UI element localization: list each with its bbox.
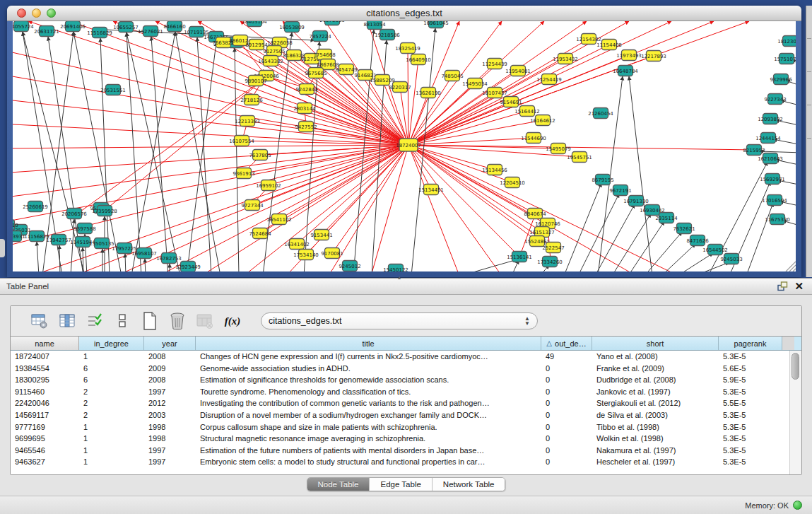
graph-node[interactable]: 7857224 (309, 31, 331, 42)
graph-node[interactable]: 16164612 (530, 115, 555, 126)
graph-node[interactable]: 15134456 (482, 165, 507, 175)
column-header-name[interactable]: name (11, 337, 79, 350)
graph-node[interactable]: 9154691 (500, 97, 522, 107)
table-row[interactable]: 1938455462009Genome-wide association stu… (11, 363, 801, 375)
table-cell[interactable]: 1 (79, 351, 144, 363)
show-columns-icon[interactable] (58, 312, 76, 330)
table-cell[interactable]: 5.3E-5 (719, 386, 782, 398)
table-cell[interactable]: Investigating the contribution of common… (196, 397, 541, 409)
graph-node[interactable]: 1754668 (313, 49, 335, 60)
table-cell[interactable]: 0 (541, 409, 592, 421)
table-cell[interactable]: 2008 (144, 351, 196, 363)
table-cell[interactable]: 0 (541, 421, 592, 433)
table-cell[interactable]: Changes of HCN gene expression and I(f) … (196, 351, 541, 363)
graph-node[interactable]: 15450122 (383, 264, 408, 272)
graph-node[interactable]: 9675685 (305, 68, 326, 78)
table-cell[interactable]: 5.9E-5 (719, 374, 782, 386)
network-window-titlebar[interactable]: citations_edges.txt (7, 6, 801, 21)
table-row[interactable]: 977716911998Corpus callosum shape and si… (11, 421, 801, 433)
zoom-window-icon[interactable] (47, 8, 56, 18)
column-header-title[interactable]: title (196, 337, 541, 350)
table-cell[interactable]: 2 (79, 409, 144, 421)
table-cell[interactable]: 2003 (144, 409, 196, 421)
table-cell[interactable]: 2008 (144, 374, 196, 386)
graph-node[interactable]: 20206576 (61, 209, 87, 219)
graph-node[interactable]: 20691406 (60, 21, 86, 32)
table-row[interactable]: 969969511998Structural magnetic resonanc… (11, 433, 801, 445)
collapsed-panel-strip[interactable] (806, 6, 812, 277)
row-height-icon[interactable] (113, 312, 131, 330)
table-selector-dropdown[interactable]: citations_edges.txt ▲▼ (261, 313, 538, 329)
graph-node[interactable]: 20531551 (100, 85, 126, 95)
function-builder-icon[interactable]: f(x) (223, 312, 242, 330)
table-cell[interactable]: 0 (541, 445, 592, 457)
float-panel-icon[interactable] (775, 280, 790, 293)
table-cell[interactable]: 9777169 (11, 421, 79, 433)
graph-node[interactable]: 20631721 (34, 26, 59, 37)
graph-node[interactable]: 16959102 (256, 180, 281, 191)
table-cell[interactable]: 22420046 (11, 397, 79, 409)
graph-node[interactable]: 8466160 (163, 21, 185, 32)
graph-node[interactable]: 12204510 (500, 177, 525, 188)
vertical-scrollbar[interactable] (789, 351, 801, 475)
graph-node[interactable]: 7632621 (673, 223, 695, 234)
graph-node[interactable]: 15164412 (514, 106, 540, 117)
table-cell[interactable]: 2 (79, 397, 144, 409)
delete-trash-icon[interactable] (168, 312, 187, 330)
table-cell[interactable]: Disruption of a novel member of a sodium… (196, 409, 541, 421)
graph-node[interactable]: 8215953 (743, 145, 765, 156)
table-cell[interactable]: 5.3E-5 (719, 456, 782, 468)
table-cell[interactable]: 0 (541, 433, 592, 445)
graph-node[interactable]: 9361913 (233, 168, 254, 179)
graph-node[interactable]: 18403104 (242, 21, 267, 27)
table-cell[interactable]: de Silva et al. (2003) (592, 409, 719, 421)
column-header-pagerank[interactable]: pagerank (719, 337, 782, 350)
graph-node[interactable]: 15495034 (462, 78, 488, 89)
table-row[interactable]: 911546021997Tourette syndrome. Phenomeno… (11, 386, 801, 398)
table-cell[interactable]: Stergiakouli et al. (2012) (592, 397, 719, 409)
table-cell[interactable]: 1 (79, 445, 144, 457)
table-cell[interactable]: 1998 (144, 433, 196, 445)
graph-node[interactable]: 9890107 (245, 76, 266, 86)
network-canvas[interactable]: 2405572420631721206914061151682910655257… (13, 21, 796, 271)
graph-node[interactable]: 9153441 (310, 230, 332, 240)
graph-node[interactable]: 9427552 (295, 122, 317, 132)
graph-node[interactable]: 9397588 (73, 223, 95, 234)
graph-node[interactable]: 19545751 (567, 152, 592, 163)
graph-node[interactable]: 15495079 (546, 144, 571, 154)
graph-node[interactable]: 12093832 (758, 114, 783, 124)
table-cell[interactable]: Corpus callosum shape and size in male p… (196, 421, 541, 433)
table-cell[interactable]: 9465546 (11, 445, 79, 457)
graph-node[interactable]: 2718126 (240, 95, 263, 105)
table-cell[interactable]: 1998 (144, 421, 196, 433)
table-cell[interactable]: Nakamura et al. (1997) (592, 445, 719, 457)
table-cell[interactable]: 1 (79, 433, 144, 445)
control-panel-handle[interactable] (0, 239, 5, 257)
table-cell[interactable]: Franke et al. (2009) (592, 363, 719, 375)
table-cell[interactable]: Yano et al. (2008) (592, 351, 719, 363)
tab-node-table[interactable]: Node Table (307, 478, 370, 491)
graph-node[interactable]: 16053809 (279, 22, 305, 33)
graph-node[interactable]: 2522547 (542, 243, 564, 253)
graph-node[interactable]: 18724007 (396, 139, 421, 151)
resize-grip-icon[interactable] (793, 269, 796, 271)
graph-node[interactable]: 19218586 (375, 30, 400, 40)
graph-node[interactable]: 12217893 (641, 51, 666, 62)
tab-edge-table[interactable]: Edge Table (370, 478, 432, 491)
graph-node[interactable]: 11254439 (482, 59, 507, 69)
graph-node[interactable]: 8471626 (686, 235, 709, 246)
table-cell[interactable]: Tourette syndrome. Phenomenology and cla… (196, 386, 541, 398)
graph-node[interactable]: 15751074 (774, 54, 796, 64)
table-cell[interactable]: Tibbo et al. (1998) (592, 421, 719, 433)
table-cell[interactable]: 18724007 (11, 351, 79, 363)
close-panel-icon[interactable]: ✕ (794, 280, 804, 293)
graph-node[interactable]: 9672191 (609, 185, 631, 196)
graph-node[interactable]: 8679195 (592, 175, 613, 185)
graph-node[interactable]: 15134451 (418, 185, 444, 195)
table-cell[interactable]: 5.3E-5 (719, 351, 782, 363)
table-cell[interactable]: 5.3E-5 (719, 409, 782, 421)
table-cell[interactable]: 18300295 (11, 374, 79, 386)
graph-node[interactable]: 11954081 (505, 66, 531, 76)
splitter-handle-icon[interactable]: ▴ (398, 274, 401, 281)
graph-node[interactable]: 17534140 (293, 250, 319, 260)
